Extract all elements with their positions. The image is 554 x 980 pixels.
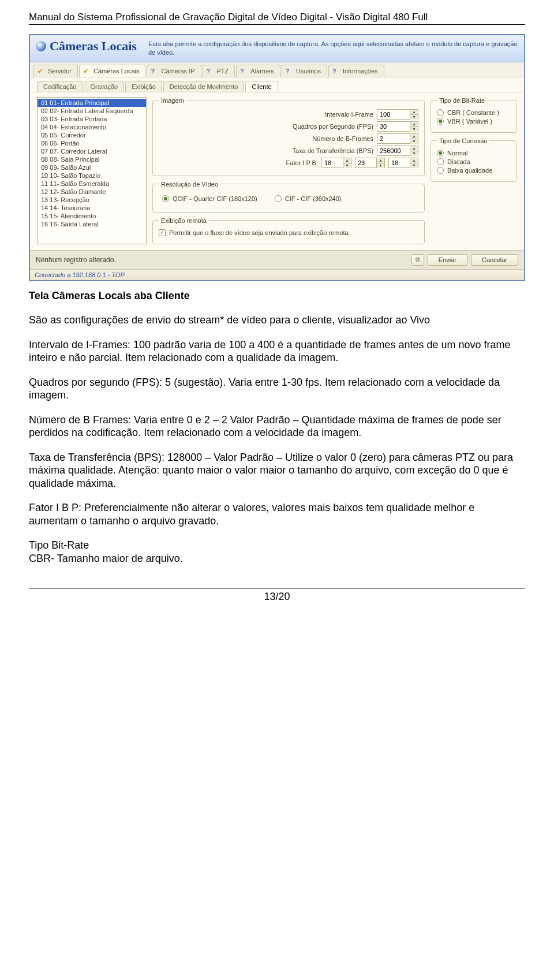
paragraph: Intervalo de I-Frames: 100 padrão varia … [29, 338, 525, 364]
tab-label: Informações [343, 68, 378, 74]
tab-label: PTZ [217, 68, 229, 74]
titlebar-title: Câmeras Locais [36, 39, 137, 54]
tab-ptz[interactable]: ?PTZ [203, 65, 235, 77]
input-ipb-b[interactable] [388, 158, 410, 168]
tab-label: Alarmes [250, 68, 274, 74]
list-item[interactable]: 11 11- Salão Esmeralda [38, 180, 146, 188]
arrow-up-icon[interactable]: ▲ [410, 122, 418, 127]
enviar-button[interactable]: Enviar [428, 254, 467, 266]
arrow-down-icon[interactable]: ▼ [377, 163, 384, 168]
arrow-up-icon[interactable]: ▲ [410, 134, 418, 139]
radio-label: Normal [447, 150, 467, 156]
tab-informacoes[interactable]: ?Informações [328, 65, 384, 77]
arrow-down-icon[interactable]: ▼ [410, 115, 418, 120]
radio-label: QCIF - Quarter CIF (180x120) [173, 195, 257, 202]
radio-cif[interactable]: CIF - CIF (360x240) [275, 195, 342, 202]
toolbar: Nenhum registro alterado. ⧉ Enviar Cance… [30, 250, 524, 269]
radio-normal[interactable]: Normal [437, 150, 511, 156]
list-item[interactable]: 14 14- Tesouraria [38, 204, 146, 212]
subtab-exibicao[interactable]: Exibição [125, 81, 162, 92]
list-item[interactable]: 10 10- Salão Topazio [38, 172, 146, 180]
label-bframes: Número de B-Frames [159, 135, 373, 142]
titlebar: Câmeras Locais Esta aba permite a config… [30, 35, 524, 62]
label-fps: Quadros por Segundo (FPS) [159, 123, 373, 130]
tab-alarmes[interactable]: ?Alarmes [236, 65, 280, 77]
list-item[interactable]: 06 06- Portão [38, 139, 146, 147]
list-item[interactable]: 05 05- Corredor [38, 131, 146, 139]
paragraph: Fator I B P: Preferencialmente não alter… [29, 501, 525, 527]
list-item[interactable]: 04 04- Estacionamento [38, 123, 146, 131]
spinner-arrows[interactable]: ▲▼ [410, 158, 418, 168]
input-bframes[interactable] [377, 133, 410, 144]
legend-bitrate: Tipo de Bit-Rate [437, 97, 487, 104]
fieldset-remota: Exibição remota Permitir que o fluxo de … [152, 217, 425, 244]
input-fps[interactable] [377, 121, 410, 132]
titlebar-title-text: Câmeras Locais [50, 39, 137, 54]
list-item[interactable]: 07 07- Corredor Lateral [38, 147, 146, 155]
document-body: Tela Câmeras Locais aba Cliente São as c… [29, 289, 525, 565]
legend-conexao: Tipo de Conexão [437, 137, 489, 144]
list-item[interactable]: 03 03- Entrada Portaria [38, 115, 146, 123]
list-item[interactable]: 08 08- Sala Principal [38, 155, 146, 163]
arrow-down-icon[interactable]: ▼ [410, 127, 418, 132]
list-item[interactable]: 01 01- Entrada Principal [38, 99, 146, 107]
input-ipb-p[interactable] [355, 158, 377, 168]
arrow-up-icon[interactable]: ▲ [377, 158, 384, 163]
list-item[interactable]: 12 12- Salão Diamante [38, 188, 146, 196]
legend-imagem: Imagem [159, 97, 186, 104]
camera-icon [36, 41, 46, 51]
paragraph: Taxa de Transferência (BPS): 128000 – Va… [29, 451, 525, 490]
arrow-down-icon[interactable]: ▼ [410, 151, 418, 156]
list-item[interactable]: 02 02- Entrada Lateral Esquerda [38, 107, 146, 115]
arrow-up-icon[interactable]: ▲ [410, 158, 418, 163]
tab-label: Câmeras IP [161, 68, 194, 74]
subtab-gravacao[interactable]: Gravação [84, 81, 124, 92]
arrow-down-icon[interactable]: ▼ [410, 139, 418, 144]
label-iframe: Intervalo I-Frame [159, 111, 373, 118]
spinner-arrows[interactable]: ▲▼ [343, 158, 351, 168]
spinner-arrows[interactable]: ▲▼ [377, 158, 385, 168]
paragraph: São as configurações de envio do stream*… [29, 314, 525, 327]
check-remota[interactable]: Permitir que o fluxo de vídeo seja envia… [159, 229, 418, 236]
copy-icon: ⧉ [415, 256, 420, 263]
input-iframe[interactable] [377, 109, 410, 120]
radio-cbr[interactable]: CBR ( Constante ) [437, 109, 511, 116]
arrow-down-icon[interactable]: ▼ [410, 163, 418, 168]
copy-button[interactable]: ⧉ [411, 254, 424, 266]
subtab-codificacao[interactable]: Codificação [37, 81, 83, 92]
radio-vbr[interactable]: VBR ( Variável ) [437, 118, 511, 125]
spinner-arrows[interactable]: ▲▼ [410, 121, 418, 132]
subtab-cliente[interactable]: Cliente [245, 81, 278, 92]
check-icon: ✔ [38, 67, 43, 74]
tab-label: Usuários [296, 68, 321, 74]
list-item[interactable]: 16 16- Saída Lateral [38, 220, 146, 228]
list-item[interactable]: 15 15- Atendimento [38, 212, 146, 220]
subtab-deteccao[interactable]: Detecção de Movimento [163, 81, 245, 92]
arrow-down-icon[interactable]: ▼ [343, 163, 351, 168]
tab-cameras-ip[interactable]: ?Câmeras IP [147, 65, 201, 77]
input-ipb-i[interactable] [321, 158, 343, 168]
tab-cameras-locais[interactable]: ✔Câmeras Locais [79, 65, 145, 77]
radio-discada[interactable]: Discada [437, 158, 511, 165]
spinner-arrows[interactable]: ▲▼ [410, 109, 418, 120]
spinner-arrows[interactable]: ▲▼ [410, 133, 418, 144]
arrow-up-icon[interactable]: ▲ [343, 158, 351, 163]
section-title: Tela Câmeras Locais aba Cliente [29, 289, 525, 303]
arrow-up-icon[interactable]: ▲ [410, 146, 418, 151]
radio-icon [437, 158, 444, 165]
fieldset-resolucao: Resolução de Vídeo QCIF - Quarter CIF (1… [152, 181, 425, 213]
list-item[interactable]: 13 13- Recepção [38, 196, 146, 204]
legend-resolucao: Resolução de Vídeo [159, 181, 220, 188]
label-bps: Taxa de Transferência (BPS) [159, 147, 373, 154]
radio-label: Discada [447, 158, 470, 165]
arrow-up-icon[interactable]: ▲ [410, 110, 418, 115]
tab-servidor[interactable]: ✔Servidor [33, 65, 78, 77]
input-bps[interactable] [377, 146, 410, 156]
list-item[interactable]: 09 09- Salão Azul [38, 163, 146, 172]
tab-usuarios[interactable]: ?Usuários [282, 65, 327, 77]
radio-baixa[interactable]: Baixa qualidade [437, 167, 511, 174]
cancelar-button[interactable]: Cancelar [471, 254, 518, 266]
spinner-arrows[interactable]: ▲▼ [410, 146, 418, 156]
radio-qcif[interactable]: QCIF - Quarter CIF (180x120) [162, 195, 257, 202]
camera-list[interactable]: 01 01- Entrada Principal 02 02- Entrada … [37, 97, 147, 244]
